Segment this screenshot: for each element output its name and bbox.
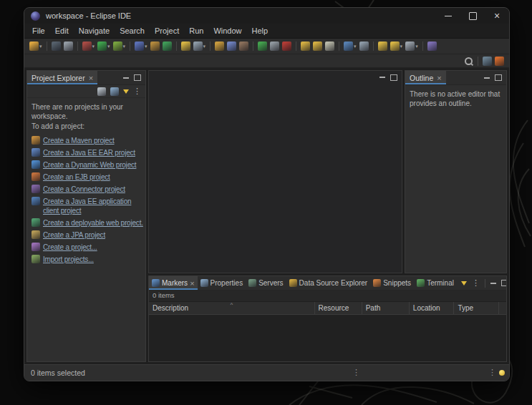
view-menu-icon[interactable]: ⋮: [133, 87, 141, 95]
menu-search[interactable]: Search: [115, 26, 150, 35]
print-icon[interactable]: [62, 41, 74, 52]
menu-help[interactable]: Help: [247, 26, 274, 35]
menu-window[interactable]: Window: [208, 26, 246, 35]
maximize-panel-icon[interactable]: [495, 74, 502, 81]
dropdown-caret-icon[interactable]: ▾: [39, 44, 42, 49]
collapse-all-icon[interactable]: [97, 87, 106, 96]
lightbulb-icon[interactable]: [499, 370, 505, 376]
column-location[interactable]: Location: [410, 302, 455, 314]
new-class-icon[interactable]: [161, 41, 173, 52]
column-description[interactable]: Description ^: [149, 302, 315, 314]
open-search-icon[interactable]: [180, 41, 192, 52]
import-icon[interactable]: [226, 41, 238, 52]
pin-console-icon[interactable]: [358, 41, 370, 52]
open-new-window-icon[interactable]: [426, 41, 438, 52]
dropdown-caret-icon[interactable]: ▾: [400, 44, 403, 49]
external-tools-icon[interactable]: ▾: [192, 41, 208, 52]
new-java-ee-project-icon[interactable]: ▾: [133, 41, 149, 52]
dropdown-caret-icon[interactable]: ▾: [415, 44, 418, 49]
tab-outline[interactable]: Outline ×: [405, 71, 446, 84]
status-bar: 0 items selected ⋮ ⋮: [24, 364, 509, 381]
tab-snippets[interactable]: Snippets: [370, 276, 414, 290]
column-type[interactable]: Type: [454, 302, 499, 314]
maximize-panel-icon[interactable]: [134, 74, 141, 81]
menu-file[interactable]: File: [27, 26, 50, 35]
link-create-dynamic-web-project[interactable]: Create a Dynamic Web project: [32, 160, 141, 170]
maximize-panel-icon[interactable]: [390, 74, 397, 81]
minimize-panel-icon[interactable]: [379, 77, 385, 78]
tab-data-source-explorer[interactable]: Data Source Explorer: [286, 276, 371, 290]
tab-markers[interactable]: Markers ×: [149, 276, 198, 290]
link-create-ejb-project[interactable]: Create an EJB project: [32, 172, 141, 182]
link-create-deployable-web-project[interactable]: Create a deployable web project.: [32, 218, 141, 228]
tab-project-explorer[interactable]: Project Explorer ×: [27, 71, 97, 84]
menu-edit[interactable]: Edit: [50, 26, 74, 35]
step-into-icon[interactable]: [299, 41, 311, 52]
minimize-button[interactable]: [436, 8, 460, 24]
open-wizard-icon[interactable]: [213, 41, 226, 52]
secondary-toolbar: [24, 54, 509, 68]
link-create-app-client-project[interactable]: Create a Java EE application client proj…: [32, 197, 141, 215]
tab-terminal[interactable]: Terminal: [414, 276, 457, 290]
forward-icon[interactable]: ▾: [404, 41, 420, 52]
markers-table-header: Description ^ Resource Path Location Typ…: [149, 302, 506, 315]
status-menu-icon[interactable]: ⋮: [488, 368, 496, 377]
suspend-icon[interactable]: [269, 41, 281, 52]
column-path[interactable]: Path: [362, 302, 410, 314]
maximize-button[interactable]: [460, 8, 485, 24]
coverage-icon[interactable]: ▾: [81, 41, 97, 52]
dropdown-caret-icon[interactable]: ▾: [107, 44, 110, 49]
run-icon[interactable]: ▾: [96, 41, 112, 52]
step-over-icon[interactable]: [311, 41, 324, 52]
dropdown-caret-icon[interactable]: ▾: [203, 44, 206, 49]
menu-navigate[interactable]: Navigate: [74, 26, 115, 35]
status-menu-icon[interactable]: ⋮: [352, 368, 360, 377]
export-icon[interactable]: [238, 41, 250, 52]
open-perspective-icon[interactable]: [481, 56, 493, 67]
tab-label: Project Explorer: [32, 74, 85, 82]
dropdown-caret-icon[interactable]: ▾: [354, 44, 357, 49]
last-edit-location-icon[interactable]: [377, 41, 389, 52]
tab-properties[interactable]: Properties: [198, 276, 246, 290]
new-servlet-icon[interactable]: [149, 41, 161, 52]
console-icon[interactable]: ▾: [342, 41, 358, 52]
link-create-jpa-project[interactable]: Create a JPA project: [32, 230, 141, 240]
close-tab-icon[interactable]: ×: [437, 74, 441, 82]
link-create-java-ee-ear-project[interactable]: Create a Java EE EAR project: [32, 148, 141, 157]
step-return-icon[interactable]: [324, 41, 336, 52]
java-ee-perspective-icon[interactable]: [493, 56, 506, 67]
toolbar-search-icon[interactable]: [463, 56, 475, 67]
debug-icon[interactable]: ▾: [112, 41, 127, 52]
menu-project[interactable]: Project: [150, 26, 184, 35]
link-create-project[interactable]: Create a project...: [32, 243, 141, 252]
bottom-filter-icon[interactable]: [461, 281, 467, 286]
maven-project-icon: [32, 136, 40, 145]
link-create-maven-project[interactable]: Create a Maven project: [32, 136, 141, 145]
dropdown-caret-icon[interactable]: ▾: [145, 44, 147, 49]
minimize-panel-icon[interactable]: [484, 77, 490, 79]
link-import-projects[interactable]: Import projects...: [32, 255, 141, 264]
tab-servers[interactable]: Servers: [246, 276, 286, 290]
back-icon[interactable]: ▾: [389, 41, 405, 52]
properties-icon: [200, 279, 208, 287]
filter-icon[interactable]: [123, 89, 129, 94]
resume-icon[interactable]: [256, 41, 269, 52]
minimize-panel-icon[interactable]: [490, 283, 496, 284]
dropdown-caret-icon[interactable]: ▾: [123, 44, 126, 49]
link-create-connector-project[interactable]: Create a Connector project: [32, 185, 141, 194]
close-tab-icon[interactable]: ×: [89, 74, 93, 82]
dropdown-caret-icon[interactable]: ▾: [92, 44, 95, 49]
save-icon[interactable]: [50, 41, 62, 52]
link-with-editor-icon[interactable]: [110, 87, 119, 96]
toolbar-separator: [47, 42, 47, 51]
view-menu-icon[interactable]: ⋮: [472, 279, 480, 287]
close-button[interactable]: ×: [485, 8, 509, 24]
maximize-panel-icon[interactable]: [501, 280, 506, 286]
menu-run[interactable]: Run: [184, 26, 208, 35]
minimize-panel-icon[interactable]: [123, 77, 129, 79]
terminate-icon[interactable]: [281, 41, 293, 52]
column-resource[interactable]: Resource: [315, 302, 362, 314]
project-explorer-header: Project Explorer ×: [27, 71, 145, 85]
new-wizard-icon[interactable]: ▾: [28, 41, 44, 52]
close-tab-icon[interactable]: ×: [190, 279, 194, 288]
